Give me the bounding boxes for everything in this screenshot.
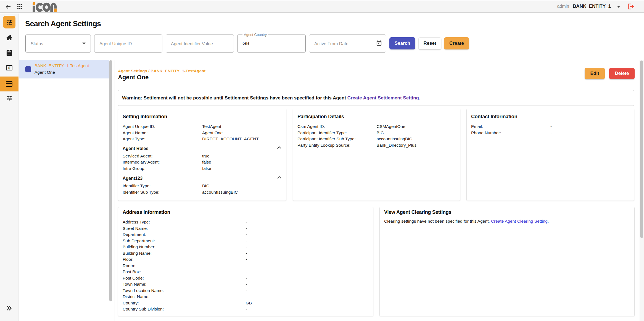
svg-text:$: $ [8, 66, 10, 70]
